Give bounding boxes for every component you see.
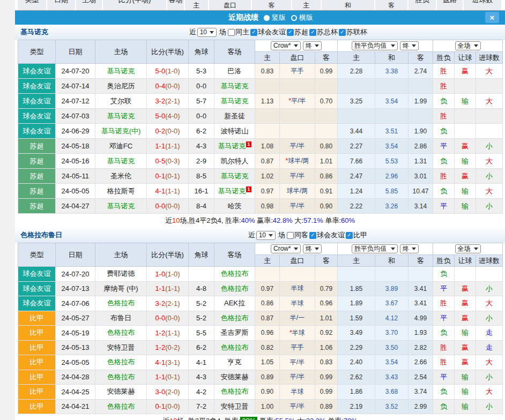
radio-unselected-icon[interactable]	[291, 15, 297, 21]
same-venue-checkbox[interactable]: 同客	[287, 230, 308, 240]
col-header-corner: 角球	[189, 40, 214, 64]
result-goals	[476, 79, 503, 94]
odds-avg-select[interactable]: 胜平负均值	[352, 244, 398, 253]
eu-home-odds: 2.19	[338, 399, 375, 414]
score: 1-1(1-1)	[147, 281, 189, 296]
close-button[interactable]: ×	[485, 12, 499, 23]
corner-score: 6-2	[189, 340, 214, 355]
away-team: 安德莱赫	[214, 370, 255, 385]
same-venue-checkbox[interactable]: 同主	[228, 27, 249, 37]
match-count-select[interactable]: 10	[256, 231, 276, 240]
match-date: 24-05-16	[56, 154, 95, 169]
ah-home-odds: 0.89	[255, 370, 280, 385]
col-subheader: 客	[409, 255, 433, 267]
handicap-text: 半球	[291, 388, 304, 395]
bookmaker-state-select[interactable]: 终	[303, 244, 322, 253]
radio-selected-icon[interactable]	[264, 15, 270, 21]
result-outcome: 胜	[433, 64, 455, 79]
eu-away-odds: 2.66	[409, 355, 433, 370]
handicap-line: 平手	[280, 64, 315, 79]
red-card-badge: 1	[246, 186, 251, 192]
team-name: 色格拉布	[221, 387, 249, 395]
match-count-select-value: 10	[259, 231, 266, 239]
odds-avg-state-select[interactable]: 终	[400, 244, 419, 253]
match-row: 比甲24-05-05色格拉布4-1(3-1)4-1亨克1.05平/半0.832.…	[18, 355, 503, 370]
ah-home-odds: 0.96	[255, 326, 280, 341]
ah-home-odds: 0.98	[255, 199, 280, 214]
score: 0-1(0-1)	[147, 169, 189, 184]
scope-select[interactable]: 全场	[455, 41, 481, 50]
col-header-date: 日期	[56, 243, 95, 267]
eu-away-odds	[409, 267, 433, 282]
handicap-line: 平/半	[280, 169, 315, 184]
result-goals: 大	[476, 385, 503, 400]
match-row: 球会友谊24-06-29基马诺克(中)0-2(0-0)6-2波特诺山3.443.…	[18, 124, 503, 139]
bookmaker-state-select[interactable]: 终	[303, 41, 322, 50]
bg-col-header: 比分(半场)	[103, 0, 166, 10]
match-count-select[interactable]: 10	[197, 28, 217, 37]
type-badge: 球会友谊	[18, 109, 56, 124]
odds-avg-state-select[interactable]: 终	[400, 41, 419, 50]
ah-home-odds: 1.05	[255, 355, 280, 370]
handicap-line: 平/半	[280, 370, 315, 385]
ah-home-odds: 0.83	[255, 64, 280, 79]
fulltime-score: 1-2	[155, 329, 165, 337]
eu-away-odds: 2.54	[409, 370, 433, 385]
section-title: 色格拉布鲁日	[20, 228, 62, 243]
eu-draw-odds: 3.54	[375, 139, 409, 154]
checkbox-unchecked-icon	[228, 29, 235, 36]
team-name: 费耶诺德	[107, 269, 135, 278]
col-header-away: 客场	[214, 243, 255, 267]
col-subheader: 客	[409, 52, 433, 64]
result-goals: 小	[476, 169, 503, 184]
match-date: 24-05-18	[56, 139, 95, 154]
eu-draw-odds: 4.12	[375, 311, 409, 326]
eu-home-odds: 2.29	[338, 340, 375, 355]
col-subheader: 盘口	[280, 52, 315, 64]
results-table: 类型日期主场比分(半场)角球客场Crow*终胜平负均值终全场主盘口客主和客胜负让…	[18, 40, 503, 214]
match-date: 24-05-05	[56, 355, 95, 370]
bg-col-header: 胜负	[409, 0, 436, 10]
summary-line: 近10场, 胜3平3负4, 胜率:30% 赢率:55.5% 大:33.3% 单率…	[15, 414, 505, 420]
handicap-line: 半球	[280, 385, 315, 400]
team-name: 色格拉布	[107, 402, 135, 410]
bookmaker-group-header: Crow*终	[255, 243, 338, 255]
bg-col-header: 类型	[18, 0, 46, 10]
league-checkbox[interactable]: 球会友谊	[309, 230, 345, 240]
type-badge: 球会友谊	[18, 281, 56, 296]
league-checkbox[interactable]: 球会友谊	[250, 27, 286, 37]
league-checkbox[interactable]: 苏超	[287, 27, 308, 37]
league-checkbox[interactable]: 苏联杯	[339, 27, 367, 37]
match-date: 24-04-28	[56, 370, 95, 385]
checkbox-checked-icon	[287, 29, 294, 36]
corner-score: 0-0	[189, 109, 214, 124]
odds-avg-select[interactable]: 胜平负均值	[352, 41, 398, 50]
corner-score: 4-2	[189, 385, 214, 400]
match-date: 24-07-20	[56, 267, 95, 282]
layout-radio-vertical[interactable]: 竖版	[272, 13, 286, 22]
type-badge: 比甲	[18, 311, 56, 326]
handicap-line: 半/一	[280, 311, 315, 326]
bookmaker-select[interactable]: Crow*	[271, 41, 301, 50]
team-name: 色格拉布	[107, 373, 135, 381]
match-row: 比甲24-04-21色格拉布0-1(0-0)7-2安特卫普1.00平/半0.89…	[18, 399, 503, 414]
fulltime-score: 0-0	[155, 314, 165, 322]
bookmaker-select[interactable]: Crow*	[271, 244, 301, 253]
eu-away-odds: 2.74	[409, 64, 433, 79]
result-goals: 大	[476, 296, 503, 311]
ah-home-odds	[255, 79, 280, 94]
recent-results-overlay: 类型日期主场比分(半场)客场主盘口客主和客胜负盘路进球数 近期战绩 竖版 横版 …	[0, 0, 505, 420]
chevron-down-icon	[294, 248, 298, 250]
eu-away-odds: 4.99	[409, 311, 433, 326]
col-subheader: 客	[315, 52, 338, 64]
bg-col-header: 盘路	[437, 0, 463, 10]
layout-radio-horizontal[interactable]: 横版	[299, 13, 313, 22]
team-section: 色格拉布鲁日近10场同客球会友谊比甲类型日期主场比分(半场)角球客场Crow*终…	[15, 228, 505, 420]
result-handicap: 输	[455, 94, 476, 109]
league-checkbox[interactable]: 比甲	[346, 230, 367, 240]
scope-select[interactable]: 全场	[455, 244, 481, 253]
league-checkbox[interactable]: 苏总杯	[309, 27, 338, 37]
chevron-down-icon	[474, 44, 478, 47]
eu-home-odds: 2.22	[338, 199, 375, 214]
halftime-score: (1-1)	[165, 142, 180, 150]
